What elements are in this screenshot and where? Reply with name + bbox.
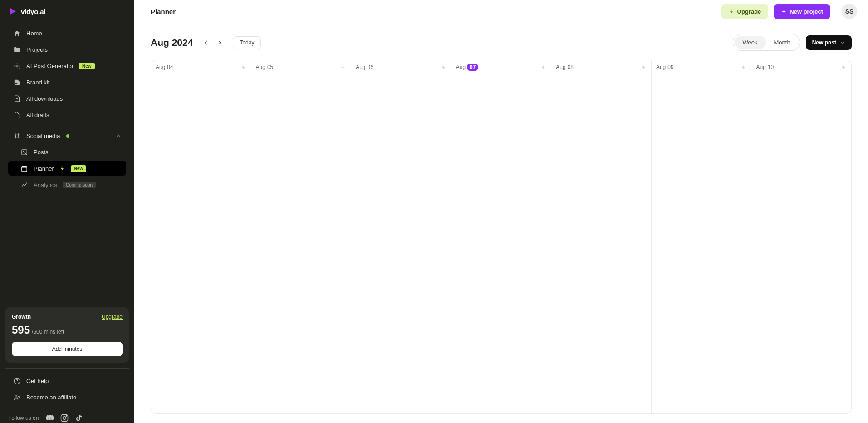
svg-point-9 (66, 416, 67, 417)
minutes-used: 595 (12, 324, 30, 336)
affiliate-icon (13, 393, 21, 401)
nav-label: Brand kit (26, 79, 49, 86)
add-post-button[interactable] (640, 64, 647, 70)
day-label: Aug09 (656, 64, 674, 70)
chevron-up-icon (115, 133, 122, 139)
day-month: Aug (656, 64, 666, 70)
nav-label: Become an affiliate (26, 394, 76, 401)
today-button[interactable]: Today (233, 36, 261, 49)
day-label: Aug07 (456, 64, 478, 71)
hash-icon (13, 132, 21, 140)
nav-label: All drafts (26, 112, 49, 118)
add-minutes-button[interactable]: Add minutes (12, 342, 123, 356)
add-post-button[interactable] (840, 64, 847, 70)
nav-downloads[interactable]: All downloads (8, 91, 126, 106)
next-button[interactable] (214, 37, 226, 49)
day-column: Aug04 (151, 60, 251, 413)
day-body[interactable] (652, 74, 751, 413)
add-post-button[interactable] (740, 64, 746, 70)
day-number: 10 (768, 64, 774, 70)
nav: Home Projects AI Post Generator New Bran… (0, 23, 134, 307)
day-body[interactable] (151, 74, 251, 413)
new-post-button[interactable]: New post (806, 35, 852, 50)
nav-brand-kit[interactable]: Brand kit (8, 74, 126, 90)
nav-affiliate[interactable]: Become an affiliate (8, 389, 126, 405)
upgrade-button[interactable]: Upgrade (721, 4, 769, 19)
upgrade-link[interactable]: Upgrade (102, 314, 123, 320)
nav-label: Analytics (34, 182, 57, 188)
draft-icon (13, 111, 21, 119)
add-post-button[interactable] (340, 64, 346, 70)
discord-icon[interactable] (45, 413, 55, 423)
view-week[interactable]: Week (735, 36, 766, 49)
home-icon (13, 29, 21, 37)
nav-drafts[interactable]: All drafts (8, 107, 126, 123)
sidebar: vidyo.ai Home Projects AI Post Generator… (0, 0, 134, 423)
day-body[interactable] (751, 74, 851, 413)
follow-row: Follow us on (0, 408, 134, 423)
new-badge: New (79, 63, 95, 69)
day-column: Aug10 (751, 60, 851, 413)
new-project-button[interactable]: New project (774, 4, 830, 19)
svg-point-6 (18, 396, 20, 398)
nav-home[interactable]: Home (8, 25, 126, 41)
button-label: Upgrade (737, 8, 761, 15)
posts-icon (20, 148, 28, 156)
tiktok-icon[interactable] (74, 413, 84, 423)
footer-nav: Get help Become an affiliate (0, 369, 134, 408)
day-month: Aug (456, 64, 466, 70)
instagram-icon[interactable] (59, 413, 69, 423)
svg-point-5 (15, 395, 17, 397)
day-number: 09 (667, 64, 673, 70)
nav-social-media[interactable]: Social media (8, 128, 126, 143)
day-number: 05 (267, 64, 273, 70)
day-number: 08 (568, 64, 574, 70)
day-label: Aug08 (556, 64, 574, 70)
day-header: Aug05 (251, 60, 351, 74)
day-body[interactable] (251, 74, 351, 413)
day-label: Aug06 (356, 64, 373, 70)
view-month[interactable]: Month (766, 36, 799, 49)
page-title: Planner (151, 8, 176, 15)
logo-icon (8, 7, 17, 16)
day-month: Aug (756, 64, 765, 70)
logo[interactable]: vidyo.ai (0, 0, 134, 23)
follow-label: Follow us on (8, 415, 39, 421)
day-header: Aug10 (751, 60, 851, 74)
day-month: Aug (356, 64, 365, 70)
nav-label: Get help (26, 378, 49, 384)
plan-name: Growth (12, 314, 31, 320)
day-month: Aug (156, 64, 165, 70)
day-label: Aug10 (756, 64, 774, 70)
nav-planner[interactable]: Planner New (8, 161, 126, 176)
palette-icon (13, 78, 21, 86)
day-column: Aug05 (251, 60, 352, 413)
day-body[interactable] (451, 74, 551, 413)
nav-label: Home (26, 30, 42, 37)
folder-icon (13, 45, 21, 54)
content: Aug 2024 Today Week Month New post Aug04… (134, 23, 868, 423)
plus-icon (781, 9, 787, 15)
day-header: Aug04 (151, 60, 251, 74)
minutes-left: 595 /600 mins left (12, 324, 123, 336)
nav-projects[interactable]: Projects (8, 42, 126, 57)
day-body[interactable] (351, 74, 451, 413)
minutes-total: /600 mins left (32, 329, 64, 335)
day-month: Aug (256, 64, 265, 70)
day-number: 06 (368, 64, 373, 70)
avatar[interactable]: SS (842, 4, 857, 19)
bolt-icon (729, 9, 735, 15)
nav-ai-post-generator[interactable]: AI Post Generator New (8, 58, 126, 74)
nav-get-help[interactable]: Get help (8, 373, 126, 389)
day-body[interactable] (551, 74, 651, 413)
prev-button[interactable] (200, 37, 212, 49)
svg-rect-3 (21, 166, 26, 171)
add-post-button[interactable] (440, 64, 446, 70)
new-badge: New (71, 165, 87, 172)
add-post-button[interactable] (240, 64, 246, 70)
add-post-button[interactable] (540, 64, 546, 70)
day-column: Aug09 (652, 60, 752, 413)
day-month: Aug (556, 64, 565, 70)
nav-posts[interactable]: Posts (8, 144, 126, 160)
calendar-icon (20, 164, 28, 172)
